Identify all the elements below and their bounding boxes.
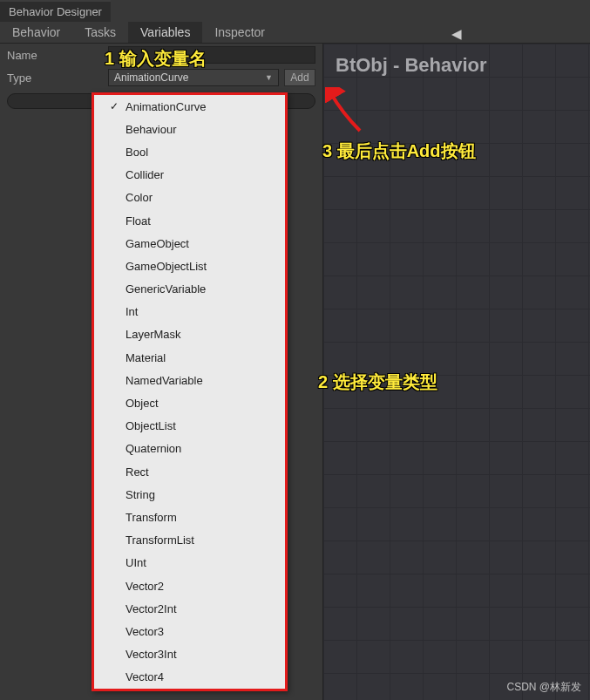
type-dropdown-value: AnimationCurve [114,71,188,84]
menu-item-label: Collider [125,168,164,181]
menu-item-float[interactable]: Float [94,209,285,232]
menu-item-label: Object [125,397,159,410]
menu-item-label: Vector2Int [125,602,177,615]
menu-item-collider[interactable]: Collider [94,164,285,187]
tab-tasks[interactable]: Tasks [72,22,128,43]
menu-item-rect[interactable]: Rect [94,460,285,483]
name-input[interactable] [108,46,315,64]
menu-item-layermask[interactable]: LayerMask [94,323,285,346]
menu-item-label: String [125,488,155,501]
menu-item-label: Transform [125,511,177,524]
chevron-down-icon: ▼ [265,73,273,82]
add-button[interactable]: Add [284,69,315,86]
menu-item-int[interactable]: Int [94,301,285,323]
check-icon: ✓ [110,100,125,112]
menu-item-animationcurve[interactable]: ✓AnimationCurve [94,95,285,118]
watermark: CSDN @林新发 [506,680,581,695]
menu-item-label: Vector4 [125,670,164,683]
canvas-title: BtObj - Behavior [336,54,487,77]
type-dropdown-menu[interactable]: ✓AnimationCurveBehaviourBoolColliderColo… [92,92,288,691]
menu-item-material[interactable]: Material [94,346,285,369]
menu-item-label: NamedVariable [125,374,203,387]
window-tab[interactable]: Behavior Designer [0,0,111,22]
menu-item-label: GameObject [125,237,189,250]
menu-item-label: TransformList [125,533,194,547]
tab-variables[interactable]: Variables [128,22,202,43]
menu-item-object[interactable]: Object [94,391,285,414]
menu-item-label: Int [125,305,138,318]
menu-item-label: Quaternion [125,442,181,455]
tab-behavior[interactable]: Behavior [0,22,72,43]
menu-item-label: Vector2 [125,580,164,593]
menu-item-vector4[interactable]: Vector4 [94,666,285,689]
menu-item-vector2[interactable]: Vector2 [94,574,285,597]
menu-item-objectlist[interactable]: ObjectList [94,415,285,438]
menu-item-label: Material [125,351,166,364]
type-label: Type [7,71,103,85]
menu-item-label: Float [125,214,151,228]
behavior-canvas[interactable]: ◀ BtObj - Behavior [322,44,590,700]
menu-item-vector3int[interactable]: Vector3Int [94,643,285,666]
back-button[interactable]: ◀ [451,24,462,42]
menu-item-color[interactable]: Color [94,187,285,209]
window-tab-label: Behavior Designer [9,5,102,18]
menu-item-label: GameObjectList [125,260,207,273]
menu-item-vector2int[interactable]: Vector2Int [94,597,285,620]
menu-item-label: ObjectList [125,419,176,432]
menu-item-label: LayerMask [125,328,181,341]
menu-item-label: Vector3 [125,625,164,638]
menu-item-label: Bool [125,146,148,159]
menu-item-uint[interactable]: UInt [94,552,285,574]
name-label: Name [7,49,103,62]
menu-item-label: Vector3Int [125,648,177,661]
menu-item-label: Rect [125,466,149,479]
menu-item-quaternion[interactable]: Quaternion [94,438,285,460]
menu-item-bool[interactable]: Bool [94,140,285,163]
menu-item-genericvariable[interactable]: GenericVariable [94,278,285,301]
menu-item-string[interactable]: String [94,483,285,506]
menu-item-label: GenericVariable [125,282,206,296]
menu-item-label: AnimationCurve [125,100,207,113]
menu-item-transformlist[interactable]: TransformList [94,529,285,552]
menu-item-behaviour[interactable]: Behaviour [94,118,285,140]
type-dropdown[interactable]: AnimationCurve ▼ [108,69,279,86]
menu-item-namedvariable[interactable]: NamedVariable [94,369,285,391]
menu-item-label: Color [125,191,153,204]
menu-item-vector3[interactable]: Vector3 [94,620,285,642]
sub-tabs: Behavior Tasks Variables Inspector [0,22,590,44]
menu-item-label: UInt [125,556,146,569]
menu-item-transform[interactable]: Transform [94,506,285,528]
menu-item-gameobjectlist[interactable]: GameObjectList [94,255,285,277]
menu-item-label: Behaviour [125,123,177,136]
tab-inspector[interactable]: Inspector [202,22,277,43]
menu-item-gameobject[interactable]: GameObject [94,232,285,255]
